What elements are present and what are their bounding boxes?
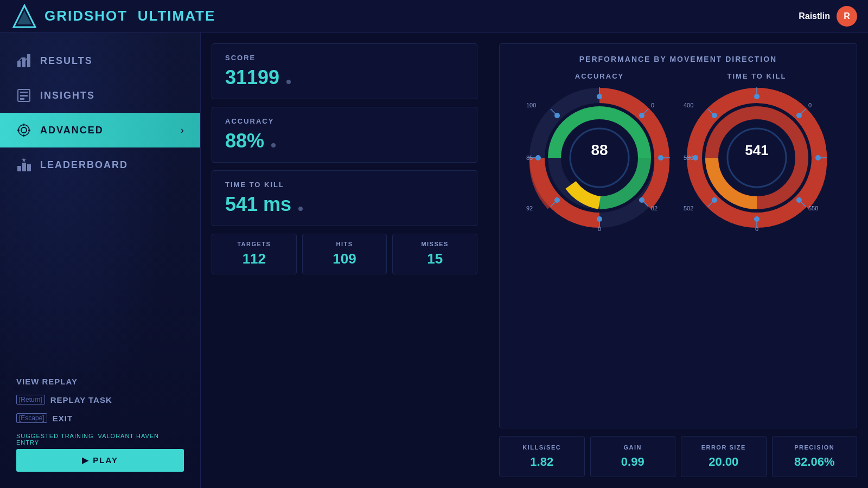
ttk-label: TIME TO KILL [225, 181, 464, 189]
charts-row: ACCURACY [510, 72, 846, 231]
accuracy-value-row: 88% [225, 130, 464, 152]
ttk-label-bottomleft: 502 [684, 205, 693, 211]
results-label: RESULTS [40, 55, 93, 67]
ttk-value-row: 541 ms [225, 193, 464, 216]
misses-card: MISSES 15 [392, 234, 477, 274]
header-right: Raistlin R [799, 6, 857, 27]
accuracy-label: ACCURACY [225, 117, 464, 125]
thm-row: TARGETS 112 HITS 109 MISSES 15 [212, 234, 477, 274]
exit-key: [Escape] [16, 413, 47, 423]
ttk-label-bottomright: 558 [808, 205, 818, 211]
svg-marker-18 [22, 158, 26, 162]
replay-task-label: REPLAY TASK [50, 395, 112, 404]
ttk-card: TIME TO KILL 541 ms [212, 170, 477, 226]
svg-text:88: 88 [591, 142, 608, 158]
precision-card: PRECISION 82.06% [772, 436, 858, 477]
accuracy-chart-container: ACCURACY [526, 72, 673, 231]
hits-value: 109 [311, 251, 378, 267]
leaderboard-icon [16, 157, 31, 172]
svg-point-9 [21, 127, 27, 133]
sidebar-item-results[interactable]: RESULTS [0, 43, 200, 78]
right-panel: PERFORMANCE BY MOVEMENT DIRECTION ACCURA… [488, 33, 868, 488]
main-layout: RESULTS INSIGHTS ADVANCED › [0, 33, 868, 488]
score-label: SCORE [225, 54, 464, 62]
play-button[interactable]: ▶ PLAY [16, 449, 184, 472]
ttk-label-bottom: 0 [755, 226, 758, 231]
svg-text:541: 541 [745, 142, 768, 158]
ttk-label-top: 0 [755, 85, 758, 86]
precision-value: 82.06% [779, 455, 851, 469]
score-value: 31199 [225, 66, 279, 88]
score-value-row: 31199 [225, 66, 464, 89]
exit-row[interactable]: [Escape] EXIT [16, 409, 184, 427]
performance-title: PERFORMANCE BY MOVEMENT DIRECTION [510, 55, 846, 63]
game-title: GRIDSHOT ULTIMATE [44, 8, 215, 24]
results-icon [16, 53, 31, 68]
acc-label-bottomright: 82 [651, 205, 658, 211]
advanced-icon [16, 123, 31, 138]
acc-label-left: 85 [526, 155, 533, 161]
ttk-svg: 541 [684, 85, 830, 231]
gain-card: GAIN 0.99 [590, 436, 676, 477]
error-size-value: 20.00 [688, 455, 760, 469]
replay-task-row[interactable]: [Return] REPLAY TASK [16, 390, 184, 409]
hits-label: HITS [311, 241, 378, 247]
accuracy-svg: 88 [526, 85, 673, 231]
aimlab-logo [11, 3, 38, 30]
accuracy-chart-title: ACCURACY [575, 72, 624, 80]
exit-label: EXIT [53, 414, 73, 423]
error-size-label: ERROR SIZE [688, 444, 760, 451]
kills-sec-value: 1.82 [506, 455, 578, 469]
header: GRIDSHOT ULTIMATE Raistlin R [0, 0, 868, 33]
error-size-card: ERROR SIZE 20.00 [681, 436, 767, 477]
leaderboard-label: LEADERBOARD [40, 159, 128, 171]
hits-card: HITS 109 [302, 234, 387, 274]
advanced-label: ADVANCED [40, 125, 104, 136]
precision-label: PRECISION [779, 444, 851, 451]
acc-label-topright: 0 [651, 102, 654, 108]
kills-sec-card: KILLS/SEC 1.82 [499, 436, 585, 477]
sidebar-item-leaderboard[interactable]: LEADERBOARD [0, 147, 200, 182]
svg-rect-15 [17, 166, 21, 171]
title-plain: GRIDSHOT [44, 8, 127, 24]
ttk-chart-wrapper: 541 [684, 85, 830, 231]
title-accent: ULTIMATE [138, 8, 216, 24]
ttk-chart-container: TIME TO KILL [684, 72, 830, 231]
suggested-training-label: SUGGESTED TRAINING VALORANT HAVEN ENTRY [16, 433, 184, 446]
svg-rect-7 [20, 95, 28, 97]
score-card: SCORE 31199 [212, 43, 477, 99]
kills-sec-label: KILLS/SEC [506, 444, 578, 451]
gain-label: GAIN [597, 444, 669, 451]
svg-point-10 [18, 125, 29, 136]
performance-card: PERFORMANCE BY MOVEMENT DIRECTION ACCURA… [499, 43, 857, 428]
avatar: R [837, 6, 857, 27]
ttk-chart-title: TIME TO KILL [727, 72, 787, 80]
targets-label: TARGETS [221, 241, 288, 247]
sidebar-bottom: VIEW REPLAY [Return] REPLAY TASK [Escape… [0, 367, 200, 477]
ttk-value: 541 ms [225, 193, 291, 215]
accuracy-dot [271, 143, 276, 147]
ttk-label-topleft: 400 [684, 102, 693, 108]
replay-task-key: [Return] [16, 395, 45, 404]
misses-value: 15 [401, 251, 468, 267]
svg-rect-17 [27, 164, 31, 171]
logo-area: GRIDSHOT ULTIMATE [11, 3, 215, 30]
svg-rect-6 [20, 92, 28, 93]
targets-value: 112 [221, 251, 288, 267]
username: Raistlin [799, 11, 830, 21]
main-content: SCORE 31199 ACCURACY 88% TIME TO KILL 54… [201, 33, 488, 488]
bottom-right-stats: KILLS/SEC 1.82 GAIN 0.99 ERROR SIZE 20.0… [499, 436, 857, 477]
misses-label: MISSES [401, 241, 468, 247]
view-replay-button[interactable]: VIEW REPLAY [16, 373, 184, 390]
sidebar: RESULTS INSIGHTS ADVANCED › [0, 33, 201, 488]
ttk-label-left: 530 [684, 155, 693, 161]
accuracy-value: 88% [225, 130, 264, 152]
svg-marker-1 [17, 11, 31, 24]
accuracy-chart-wrapper: 88 [526, 85, 673, 231]
svg-rect-16 [22, 163, 26, 171]
targets-card: TARGETS 112 [212, 234, 297, 274]
sidebar-item-insights[interactable]: INSIGHTS [0, 78, 200, 113]
insights-label: INSIGHTS [40, 90, 95, 101]
score-dot [286, 80, 291, 84]
sidebar-item-advanced[interactable]: ADVANCED › [0, 113, 200, 147]
